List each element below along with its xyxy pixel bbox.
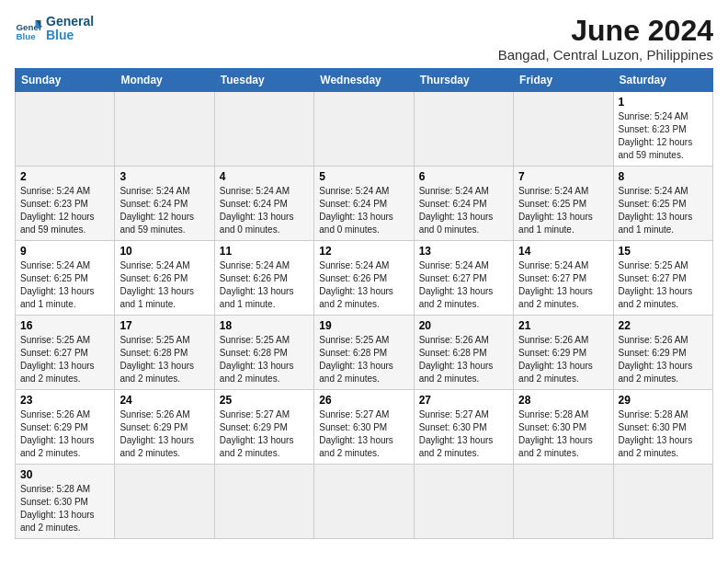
day-info: Sunrise: 5:28 AM Sunset: 6:30 PM Dayligh…	[20, 483, 109, 534]
calendar-cell: 22Sunrise: 5:26 AM Sunset: 6:29 PM Dayli…	[613, 316, 712, 390]
day-info: Sunrise: 5:24 AM Sunset: 6:26 PM Dayligh…	[119, 259, 209, 311]
calendar-cell	[314, 92, 414, 167]
day-info: Sunrise: 5:24 AM Sunset: 6:26 PM Dayligh…	[319, 259, 408, 311]
header-wednesday: Wednesday	[314, 69, 414, 92]
day-info: Sunrise: 5:25 AM Sunset: 6:27 PM Dayligh…	[20, 334, 109, 385]
calendar-cell: 30Sunrise: 5:28 AM Sunset: 6:30 PM Dayli…	[16, 465, 115, 539]
day-number: 10	[119, 245, 209, 258]
day-number: 30	[20, 468, 109, 481]
day-number: 8	[619, 170, 708, 183]
calendar-cell: 28Sunrise: 5:28 AM Sunset: 6:30 PM Dayli…	[514, 390, 613, 465]
day-info: Sunrise: 5:24 AM Sunset: 6:25 PM Dayligh…	[518, 185, 608, 236]
day-info: Sunrise: 5:24 AM Sunset: 6:25 PM Dayligh…	[619, 185, 708, 236]
day-info: Sunrise: 5:24 AM Sunset: 6:24 PM Dayligh…	[119, 185, 209, 236]
day-number: 23	[20, 394, 109, 407]
calendar-cell: 16Sunrise: 5:25 AM Sunset: 6:27 PM Dayli…	[16, 316, 115, 390]
calendar-cell: 19Sunrise: 5:25 AM Sunset: 6:28 PM Dayli…	[314, 316, 414, 390]
day-info: Sunrise: 5:26 AM Sunset: 6:29 PM Dayligh…	[20, 408, 109, 460]
calendar-cell	[115, 465, 214, 539]
day-info: Sunrise: 5:25 AM Sunset: 6:28 PM Dayligh…	[319, 334, 408, 385]
day-number: 3	[119, 170, 209, 183]
calendar-cell: 24Sunrise: 5:26 AM Sunset: 6:29 PM Dayli…	[115, 390, 214, 465]
calendar-cell: 10Sunrise: 5:24 AM Sunset: 6:26 PM Dayli…	[115, 241, 214, 316]
day-info: Sunrise: 5:27 AM Sunset: 6:30 PM Dayligh…	[319, 408, 408, 460]
calendar-cell	[414, 92, 513, 167]
calendar-cell: 15Sunrise: 5:25 AM Sunset: 6:27 PM Dayli…	[613, 241, 712, 316]
day-number: 1	[619, 96, 708, 109]
day-number: 26	[319, 394, 408, 407]
calendar-cell: 14Sunrise: 5:24 AM Sunset: 6:27 PM Dayli…	[514, 241, 613, 316]
day-number: 20	[419, 319, 508, 332]
day-number: 24	[119, 394, 209, 407]
day-number: 4	[220, 170, 309, 183]
calendar-header-row: SundayMondayTuesdayWednesdayThursdayFrid…	[16, 69, 713, 92]
header-sunday: Sunday	[16, 69, 115, 92]
calendar-cell: 1Sunrise: 5:24 AM Sunset: 6:23 PM Daylig…	[613, 92, 712, 167]
day-number: 21	[518, 319, 608, 332]
calendar-cell	[613, 465, 712, 539]
day-number: 22	[619, 319, 708, 332]
day-number: 28	[518, 394, 608, 407]
day-info: Sunrise: 5:24 AM Sunset: 6:24 PM Dayligh…	[319, 185, 408, 236]
day-number: 13	[419, 245, 508, 258]
calendar-cell: 5Sunrise: 5:24 AM Sunset: 6:24 PM Daylig…	[314, 167, 414, 241]
calendar-cell: 13Sunrise: 5:24 AM Sunset: 6:27 PM Dayli…	[414, 241, 513, 316]
day-info: Sunrise: 5:26 AM Sunset: 6:29 PM Dayligh…	[619, 334, 708, 385]
calendar-cell: 17Sunrise: 5:25 AM Sunset: 6:28 PM Dayli…	[115, 316, 214, 390]
svg-text:Blue: Blue	[17, 31, 37, 41]
calendar-cell: 11Sunrise: 5:24 AM Sunset: 6:26 PM Dayli…	[214, 241, 313, 316]
calendar-cell	[214, 465, 313, 539]
calendar-cell: 4Sunrise: 5:24 AM Sunset: 6:24 PM Daylig…	[214, 167, 313, 241]
header-tuesday: Tuesday	[214, 69, 313, 92]
day-info: Sunrise: 5:24 AM Sunset: 6:24 PM Dayligh…	[220, 185, 309, 236]
calendar-cell: 8Sunrise: 5:24 AM Sunset: 6:25 PM Daylig…	[613, 167, 712, 241]
day-number: 18	[220, 319, 309, 332]
day-info: Sunrise: 5:24 AM Sunset: 6:24 PM Dayligh…	[419, 185, 508, 236]
calendar-week-row: 23Sunrise: 5:26 AM Sunset: 6:29 PM Dayli…	[16, 390, 713, 465]
day-number: 5	[319, 170, 408, 183]
calendar-cell: 2Sunrise: 5:24 AM Sunset: 6:23 PM Daylig…	[16, 167, 115, 241]
location-title: Bangad, Central Luzon, Philippines	[498, 47, 713, 63]
logo: General Blue General Blue	[15, 15, 94, 43]
calendar-cell	[314, 465, 414, 539]
month-title: June 2024	[498, 15, 713, 47]
calendar-cell: 3Sunrise: 5:24 AM Sunset: 6:24 PM Daylig…	[115, 167, 214, 241]
calendar-cell	[16, 92, 115, 167]
day-info: Sunrise: 5:25 AM Sunset: 6:28 PM Dayligh…	[119, 334, 209, 385]
header-friday: Friday	[514, 69, 613, 92]
day-info: Sunrise: 5:26 AM Sunset: 6:29 PM Dayligh…	[119, 408, 209, 460]
day-info: Sunrise: 5:27 AM Sunset: 6:29 PM Dayligh…	[220, 408, 309, 460]
day-number: 9	[20, 245, 109, 258]
calendar-cell	[514, 92, 613, 167]
title-block: June 2024 Bangad, Central Luzon, Philipp…	[498, 15, 713, 63]
day-number: 12	[319, 245, 408, 258]
header-thursday: Thursday	[414, 69, 513, 92]
day-number: 29	[619, 394, 708, 407]
day-info: Sunrise: 5:24 AM Sunset: 6:27 PM Dayligh…	[518, 259, 608, 311]
logo-general-text: General	[46, 15, 94, 29]
day-info: Sunrise: 5:24 AM Sunset: 6:27 PM Dayligh…	[419, 259, 508, 311]
calendar-cell	[514, 465, 613, 539]
calendar-cell: 6Sunrise: 5:24 AM Sunset: 6:24 PM Daylig…	[414, 167, 513, 241]
calendar-cell: 27Sunrise: 5:27 AM Sunset: 6:30 PM Dayli…	[414, 390, 513, 465]
page-header: General Blue General Blue June 2024 Bang…	[15, 15, 713, 63]
day-info: Sunrise: 5:26 AM Sunset: 6:28 PM Dayligh…	[419, 334, 508, 385]
header-monday: Monday	[115, 69, 214, 92]
day-info: Sunrise: 5:28 AM Sunset: 6:30 PM Dayligh…	[619, 408, 708, 460]
calendar-cell: 20Sunrise: 5:26 AM Sunset: 6:28 PM Dayli…	[414, 316, 513, 390]
calendar-cell: 7Sunrise: 5:24 AM Sunset: 6:25 PM Daylig…	[514, 167, 613, 241]
calendar-cell	[414, 465, 513, 539]
calendar-cell: 26Sunrise: 5:27 AM Sunset: 6:30 PM Dayli…	[314, 390, 414, 465]
calendar-table: SundayMondayTuesdayWednesdayThursdayFrid…	[15, 68, 713, 539]
logo-blue-text: Blue	[46, 29, 94, 42]
calendar-week-row: 16Sunrise: 5:25 AM Sunset: 6:27 PM Dayli…	[16, 316, 713, 390]
day-number: 14	[518, 245, 608, 258]
calendar-week-row: 30Sunrise: 5:28 AM Sunset: 6:30 PM Dayli…	[16, 465, 713, 539]
day-info: Sunrise: 5:26 AM Sunset: 6:29 PM Dayligh…	[518, 334, 608, 385]
calendar-cell: 25Sunrise: 5:27 AM Sunset: 6:29 PM Dayli…	[214, 390, 313, 465]
day-info: Sunrise: 5:24 AM Sunset: 6:23 PM Dayligh…	[20, 185, 109, 236]
calendar-cell	[214, 92, 313, 167]
day-number: 27	[419, 394, 508, 407]
header-saturday: Saturday	[613, 69, 712, 92]
calendar-cell: 23Sunrise: 5:26 AM Sunset: 6:29 PM Dayli…	[16, 390, 115, 465]
